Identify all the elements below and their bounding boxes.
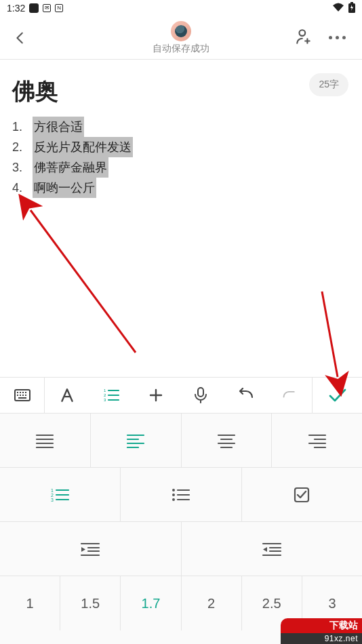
word-count-badge: 25字	[309, 73, 348, 96]
indent-row	[0, 522, 362, 576]
back-button[interactable]	[0, 16, 41, 60]
svg-rect-6	[22, 392, 24, 393]
top-bar: 自动保存成功	[0, 16, 362, 60]
svg-rect-4	[17, 392, 18, 393]
svg-rect-5	[20, 392, 21, 393]
svg-point-2	[300, 30, 306, 36]
svg-text:2: 2	[51, 493, 54, 498]
svg-rect-7	[25, 392, 26, 393]
more-button[interactable]	[329, 36, 346, 39]
svg-line-57	[31, 210, 136, 353]
spacing-option[interactable]: 1.7	[121, 576, 181, 630]
redo-icon	[282, 388, 297, 403]
spacing-option[interactable]: 2.5	[242, 576, 302, 630]
checkbox-icon	[294, 487, 310, 503]
wifi-icon	[332, 3, 344, 14]
svg-rect-19	[198, 388, 203, 397]
line-spacing-row: 1 1.5 1.7 2 2.5 3	[0, 576, 362, 630]
list-item: 啊哟一公斤	[12, 178, 350, 198]
svg-text:2: 2	[104, 393, 106, 397]
numbered-list-icon: 1 2 3	[104, 388, 120, 403]
align-center-icon	[217, 433, 236, 448]
svg-text:1: 1	[104, 388, 106, 393]
keyboard-icon	[14, 389, 31, 401]
svg-line-58	[322, 291, 338, 377]
ordered-list-button[interactable]: 1 2 3	[0, 468, 121, 521]
status-app-icon	[29, 3, 39, 13]
align-right-button[interactable]	[272, 414, 362, 467]
align-right-icon	[308, 433, 327, 448]
status-time: 1:32	[7, 3, 25, 14]
svg-point-44	[172, 498, 175, 501]
svg-text:3: 3	[104, 398, 106, 402]
note-title[interactable]: 佛奥	[12, 76, 350, 107]
status-mail-icon: ✉	[43, 4, 51, 12]
svg-rect-0	[350, 2, 353, 3]
svg-rect-9	[20, 395, 21, 396]
format-panel: 1 2 3	[0, 414, 362, 644]
svg-rect-12	[18, 397, 26, 399]
status-bar: 1:32 ✉ N	[0, 0, 362, 16]
spacing-option[interactable]: 2	[182, 576, 242, 630]
list-item: 反光片及配件发送	[12, 137, 350, 157]
svg-rect-8	[17, 395, 18, 396]
battery-icon	[348, 2, 355, 15]
svg-text:1: 1	[51, 488, 54, 493]
keyboard-button[interactable]	[0, 378, 45, 413]
undo-button[interactable]	[223, 378, 268, 413]
align-justify-icon	[35, 433, 54, 448]
checklist-button[interactable]	[242, 468, 362, 521]
confirm-button[interactable]	[312, 378, 362, 413]
spacing-option[interactable]: 1.5	[60, 576, 121, 630]
person-add-icon	[295, 28, 313, 45]
ordered-list-icon: 1 2 3	[51, 487, 70, 502]
avatar[interactable]	[171, 21, 191, 41]
list-item: 佛菩萨金融界	[12, 157, 350, 178]
chevron-left-icon	[13, 31, 28, 45]
redo-button[interactable]	[267, 378, 312, 413]
font-icon	[58, 386, 76, 404]
plus-icon	[148, 387, 164, 403]
spacing-option[interactable]: 1	[0, 576, 60, 630]
paragraph-button[interactable]: 1 2 3	[89, 378, 134, 413]
note-list[interactable]: 方很合适 反光片及配件发送 佛菩萨金融界 啊哟一公斤	[12, 117, 350, 198]
indent-decrease-icon	[262, 542, 282, 557]
align-justify-button[interactable]	[0, 414, 91, 467]
indent-decrease-button[interactable]	[182, 522, 363, 576]
list-style-row: 1 2 3	[0, 468, 362, 522]
dot-icon	[342, 36, 346, 39]
spacing-option[interactable]: 3	[302, 576, 362, 630]
list-item: 方很合适	[12, 117, 350, 137]
check-icon	[328, 388, 347, 403]
note-content[interactable]: 佛奥 方很合适 反光片及配件发送 佛菩萨金融界 啊哟一公斤	[0, 60, 362, 198]
dot-icon	[336, 36, 339, 39]
undo-icon	[237, 388, 254, 403]
toolbar: 1 2 3	[0, 377, 362, 414]
font-button[interactable]	[45, 378, 89, 413]
insert-button[interactable]	[134, 378, 178, 413]
svg-point-42	[172, 489, 175, 491]
bullet-list-button[interactable]	[121, 468, 241, 521]
svg-rect-10	[22, 395, 24, 396]
align-left-button[interactable]	[91, 414, 182, 467]
indent-increase-icon	[80, 542, 100, 557]
voice-button[interactable]	[178, 378, 223, 413]
alignment-row	[0, 414, 362, 468]
svg-text:3: 3	[51, 498, 54, 502]
dot-icon	[329, 36, 332, 39]
align-left-icon	[126, 433, 145, 448]
indent-increase-button[interactable]	[0, 522, 182, 576]
svg-rect-11	[25, 395, 26, 396]
save-status: 自动保存成功	[153, 43, 209, 55]
align-center-button[interactable]	[182, 414, 273, 467]
bullet-list-icon	[172, 487, 190, 502]
microphone-icon	[193, 386, 208, 404]
status-notif-icon: N	[55, 4, 63, 12]
add-user-button[interactable]	[295, 28, 313, 48]
svg-point-43	[172, 494, 175, 496]
